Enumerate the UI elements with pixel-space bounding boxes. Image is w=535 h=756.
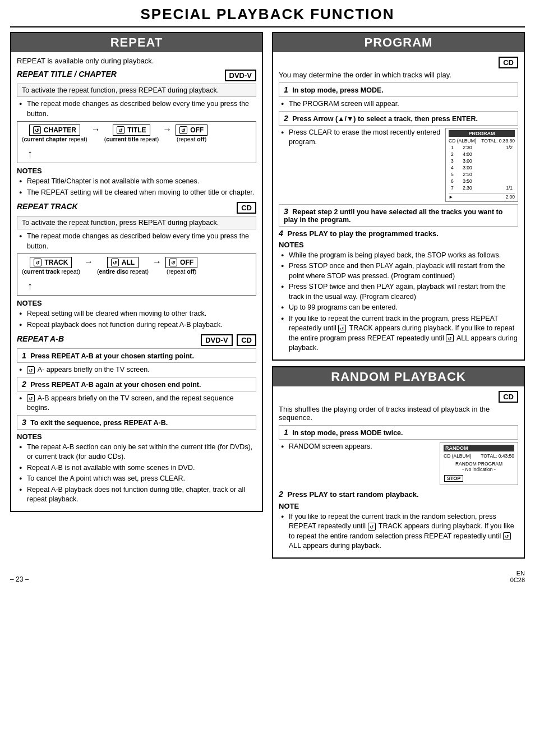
program-step2-text: Press Arrow (▲/▼) to select a track, the… xyxy=(292,115,478,123)
repeat-ab-note1: The repeat A-B section can only be set w… xyxy=(19,442,256,462)
table-row: 43:00 xyxy=(450,165,514,170)
program-intro: You may determine the order in which tra… xyxy=(279,71,518,79)
diag-track-sublabel: (current track repeat) xyxy=(22,268,80,275)
program-step1-box: 1 In stop mode, press MODE. xyxy=(279,82,518,97)
table-row: 33:00 xyxy=(450,158,514,164)
dvd-v-badge-ab: DVD-V xyxy=(201,334,232,346)
repeat-ab-step3-box: 3 To exit the sequence, press REPEAT A-B… xyxy=(17,415,256,430)
footer-en: EN xyxy=(516,570,525,577)
program-step4: 4 Press PLAY to play the programmed trac… xyxy=(279,229,518,238)
arrow1: → xyxy=(91,125,100,135)
program-note2: Press STOP once and then PLAY again, pla… xyxy=(281,261,518,281)
random-step1-text: In stop mode, press MODE twice. xyxy=(292,429,403,437)
repeat-track-bullet1: The repeat mode changes as described bel… xyxy=(19,232,256,251)
program-step2-box: 2 Press Arrow (▲/▼) to select a track, t… xyxy=(279,111,518,126)
ps-bottom-label: ► xyxy=(449,194,453,200)
ps-bottom-val: 2:00 xyxy=(505,194,515,200)
diag-chapter-sublabel: (current chapter repeat) xyxy=(22,136,87,142)
rs-mid-text: RANDOM PROGRAM - No indication - xyxy=(444,461,514,472)
diag-off2-label: OFF xyxy=(180,259,193,266)
page-title: SPECIAL PLAYBACK FUNCTION xyxy=(10,6,525,27)
repeat-ab-bullet2: ↺ A-B appears briefly on the TV screen, … xyxy=(19,394,256,413)
program-step1-bullet: The PROGRAM screen will appear. xyxy=(281,99,518,109)
repeat-title-notes: Repeat Title/Chapter is not available wi… xyxy=(17,177,256,197)
random-note-label: NOTE xyxy=(279,502,518,510)
random-step1-box: 1 In stop mode, press MODE twice. xyxy=(279,425,518,440)
repeat-ab-note3: To cancel the A point which was set, pre… xyxy=(19,474,256,484)
repeat-track-note1: Repeat setting will be cleared when movi… xyxy=(19,309,256,319)
rs-header1: CD (ALBUM) xyxy=(444,453,472,459)
program-note4: Up to 99 programs can be entered. xyxy=(281,303,518,313)
random-step2: 2 Press PLAY to start random playback. xyxy=(279,490,518,499)
table-row: 24:00 xyxy=(450,151,514,157)
repeat-title-bullet1: The repeat mode changes as described bel… xyxy=(19,99,256,119)
diag-track-label: TRACK xyxy=(44,259,68,266)
cd-badge-ab: CD xyxy=(237,334,256,346)
all-icon-random: ↺ xyxy=(503,532,511,540)
program-step3-num: 3 xyxy=(284,207,288,216)
repeat-ab-note4: Repeat A-B playback does not function du… xyxy=(19,485,256,505)
repeat-section: REPEAT REPEAT is available only during p… xyxy=(10,32,263,512)
ab-icon: ↺ xyxy=(27,394,35,402)
random-step2-text: Press PLAY to start random playback. xyxy=(287,490,418,499)
repeat-track-note2: Repeat playback does not function during… xyxy=(19,320,256,330)
program-step3-text: Repeat step 2 until you have selected al… xyxy=(284,208,502,224)
diag-all-sublabel: (entire disc repeat) xyxy=(97,268,149,275)
repeat-ab-step1-text: Press REPEAT A-B at your chosen starting… xyxy=(30,352,194,360)
program-section: PROGRAM CD You may determine the order i… xyxy=(272,32,525,361)
repeat-ab-notes: The repeat A-B section can only be set w… xyxy=(17,442,256,505)
diag-all-label: ALL xyxy=(122,259,135,266)
cd-badge-program: CD xyxy=(499,57,518,68)
random-intro: This shuffles the playing order of track… xyxy=(279,405,518,422)
random-step1-bullet: RANDOM screen appears. xyxy=(281,442,518,452)
repeat-ab-step2-text: Press REPEAT A-B again at your chosen en… xyxy=(30,381,201,389)
repeat-ab-step2-box: 2 Press REPEAT A-B again at your chosen … xyxy=(17,377,256,391)
program-header: PROGRAM xyxy=(273,33,524,52)
track-icon-note: ↺ xyxy=(338,325,346,333)
footer-code: 0C28 xyxy=(510,577,525,583)
diag-chapter-label: CHAPTER xyxy=(44,126,76,134)
cd-badge-track: CD xyxy=(237,202,256,214)
track-icon: ↺ xyxy=(34,259,41,266)
repeat-track-bullets: The repeat mode changes as described bel… xyxy=(17,232,256,251)
arrow3: → xyxy=(84,257,93,267)
title-icon: ↺ xyxy=(117,126,124,134)
repeat-ab-step3-text: To exit the sequence, press REPEAT A-B. xyxy=(30,419,168,427)
repeat-intro: REPEAT is available only during playback… xyxy=(17,57,256,65)
diag-title-label: TITLE xyxy=(127,126,146,134)
program-step3-box: 3 Repeat step 2 until you have selected … xyxy=(279,204,518,227)
repeat-title-step-box: To activate the repeat function, press R… xyxy=(17,84,256,97)
program-note1: While the program is being played back, … xyxy=(281,251,518,261)
program-note5: If you like to repeat the current track … xyxy=(281,314,518,353)
all-icon-note: ↺ xyxy=(446,334,454,342)
repeat-ab-step1-num: 1 xyxy=(22,351,26,360)
repeat-title-notes-label: NOTES xyxy=(17,167,256,175)
program-step2-num: 2 xyxy=(284,114,288,123)
diagram-arrow-pointer: ↑ xyxy=(27,148,253,160)
repeat-title-diagram: ↺ CHAPTER (current chapter repeat) → ↺ xyxy=(17,121,256,163)
repeat-ab-step2-num: 2 xyxy=(22,380,26,389)
off-icon2: ↺ xyxy=(169,259,177,266)
random-note1: If you like to repeat the current track … xyxy=(281,512,518,551)
stop-btn: STOP xyxy=(444,475,463,482)
repeat-ab-step3-num: 3 xyxy=(22,418,26,427)
repeat-ab-step1-box: 1 Press REPEAT A-B at your chosen starti… xyxy=(17,348,256,363)
random-step2-num: 2 xyxy=(279,490,283,499)
a-minus-icon: ↺ xyxy=(27,366,35,374)
chapter-icon: ↺ xyxy=(33,126,41,134)
repeat-track-notes: Repeat setting will be cleared when movi… xyxy=(17,309,256,330)
program-step2-bullet: Press CLEAR to erase the most recently e… xyxy=(281,128,518,147)
arrow2: → xyxy=(163,125,172,135)
all-icon: ↺ xyxy=(111,259,119,266)
program-notes-label: NOTES xyxy=(279,241,518,249)
repeat-ab-note2: Repeat A-B is not available with some sc… xyxy=(19,463,256,473)
repeat-title-note2: The REPEAT setting will be cleared when … xyxy=(19,188,256,198)
diagram-arrow-pointer2: ↑ xyxy=(27,280,253,292)
program-step4-text: Press PLAY to play the programmed tracks… xyxy=(287,229,439,238)
random-notes: If you like to repeat the current track … xyxy=(279,512,518,551)
program-step4-num: 4 xyxy=(279,229,283,238)
random-section: RANDOM PLAYBACK CD This shuffles the pla… xyxy=(272,366,525,559)
diag-off1-sublabel: (repeat off) xyxy=(177,136,206,142)
cd-badge-random: CD xyxy=(499,391,518,403)
diag-off1-label: OFF xyxy=(190,126,204,134)
